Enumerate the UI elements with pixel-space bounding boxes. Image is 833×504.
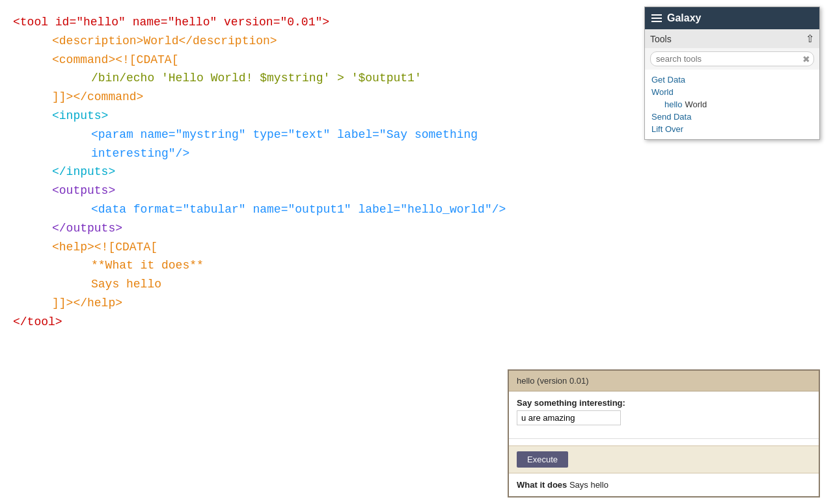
- code-line-6: <inputs>: [52, 107, 579, 126]
- tool-form-panel: hello (version 0.01) Say something inter…: [508, 369, 820, 497]
- clear-search-icon[interactable]: ✖: [802, 54, 810, 64]
- tools-label: Tools: [650, 34, 672, 44]
- code-line-4: /bin/echo 'Hello World! $mystring' > '$o…: [91, 69, 579, 88]
- code-line-9: <outputs>: [52, 181, 579, 200]
- nav-send-data[interactable]: Send Data: [651, 111, 813, 123]
- galaxy-panel: Galaxy Tools ⇧ ✖ Get Data World hello Wo…: [644, 7, 820, 140]
- code-line-2: <description>World</description>: [52, 32, 579, 51]
- execute-bar: Execute: [509, 445, 819, 473]
- tool-form-help: What it does Says hello: [509, 473, 819, 496]
- galaxy-tools-bar: Tools ⇧: [645, 29, 819, 48]
- form-divider: [509, 438, 819, 439]
- code-line-10: <data format="tabular" name="output1" la…: [91, 200, 579, 219]
- code-display: <tool id="hello" name="hello" version="0…: [13, 13, 579, 332]
- code-line-14: Says hello: [91, 275, 579, 294]
- galaxy-search-area: ✖: [645, 48, 819, 70]
- help-bold: What it does: [517, 480, 567, 490]
- galaxy-nav: Get Data World hello World Send Data Lif…: [645, 70, 819, 139]
- galaxy-header: Galaxy: [645, 7, 819, 29]
- code-line-13: **What it does**: [91, 256, 579, 275]
- code-line-11: </outputs>: [52, 219, 579, 238]
- code-line-3: <command><![CDATA[: [52, 51, 579, 70]
- field-label: Say something interesting:: [517, 398, 811, 408]
- execute-button[interactable]: Execute: [517, 451, 568, 468]
- code-line-12: <help><![CDATA[: [52, 238, 579, 257]
- tool-form-field: Say something interesting:: [517, 398, 811, 425]
- code-line-8: </inputs>: [52, 163, 579, 181]
- code-line-5: ]]></command>: [52, 88, 579, 107]
- code-line-16: </tool>: [13, 313, 579, 332]
- nav-hello-world: hello World: [651, 98, 813, 111]
- menu-icon[interactable]: [651, 14, 662, 22]
- code-line-15: ]]></help>: [52, 294, 579, 313]
- nav-hello-plain: World: [685, 99, 707, 109]
- nav-hello-link[interactable]: hello: [664, 98, 682, 111]
- say-something-input[interactable]: [517, 410, 621, 425]
- search-input[interactable]: [650, 51, 814, 66]
- galaxy-title: Galaxy: [667, 12, 701, 24]
- code-line-7: <param name="mystring" type="text" label…: [91, 126, 579, 163]
- upload-icon[interactable]: ⇧: [806, 33, 814, 45]
- help-text: Says hello: [567, 480, 608, 490]
- nav-world[interactable]: World: [651, 86, 813, 98]
- tool-form-body: Say something interesting:: [509, 391, 819, 432]
- nav-get-data[interactable]: Get Data: [651, 73, 813, 86]
- nav-lift-over[interactable]: Lift Over: [651, 123, 813, 135]
- tool-form-header: hello (version 0.01): [509, 371, 819, 391]
- code-line-1: <tool id="hello" name="hello" version="0…: [13, 13, 579, 32]
